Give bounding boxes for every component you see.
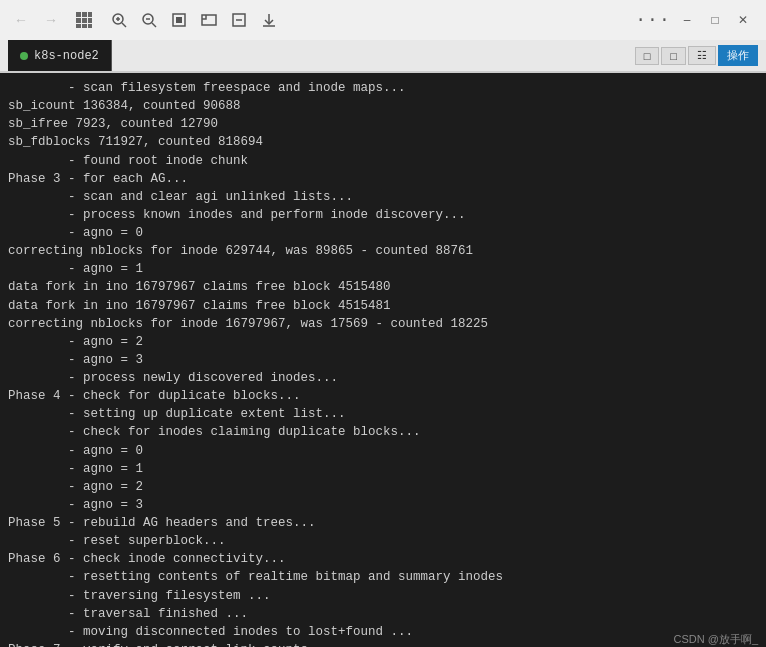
download-button[interactable] bbox=[256, 7, 282, 33]
terminal-line: - agno = 1 bbox=[8, 460, 758, 478]
terminal-line: - found root inode chunk bbox=[8, 152, 758, 170]
svg-rect-17 bbox=[176, 17, 182, 23]
terminal-line: Phase 6 - check inode connectivity... bbox=[8, 550, 758, 568]
terminal-line: Phase 4 - check for duplicate blocks... bbox=[8, 387, 758, 405]
terminal-line: - scan and clear agi unlinked lists... bbox=[8, 188, 758, 206]
new-tab-button[interactable] bbox=[196, 7, 222, 33]
close-button[interactable]: ✕ bbox=[730, 7, 756, 33]
terminal-line: - agno = 2 bbox=[8, 333, 758, 351]
terminal-line: - agno = 0 bbox=[8, 224, 758, 242]
browser-toolbar: ← → bbox=[0, 0, 766, 40]
terminal-line: - agno = 2 bbox=[8, 478, 758, 496]
terminal-line: data fork in ino 16797967 claims free bl… bbox=[8, 297, 758, 315]
tab-ctrl-1[interactable]: □ bbox=[635, 47, 660, 65]
svg-rect-5 bbox=[88, 18, 92, 23]
tab-bar: k8s-node2 □ □ ☷ 操作 bbox=[0, 40, 766, 72]
svg-rect-4 bbox=[82, 18, 87, 23]
forward-button[interactable]: → bbox=[40, 9, 62, 31]
window-controls: – □ ✕ bbox=[674, 7, 756, 33]
tab-label: k8s-node2 bbox=[34, 49, 99, 63]
terminal-line: - traversing filesystem ... bbox=[8, 587, 758, 605]
terminal-line: correcting nblocks for inode 629744, was… bbox=[8, 242, 758, 260]
watermark: CSDN @放手啊_ bbox=[673, 632, 758, 647]
app-grid-icon bbox=[70, 6, 98, 34]
svg-line-12 bbox=[122, 23, 126, 27]
terminal-line: - agno = 1 bbox=[8, 260, 758, 278]
svg-rect-2 bbox=[88, 12, 92, 17]
toolbar-icons bbox=[106, 7, 282, 33]
terminal-line: - moving disconnected inodes to lost+fou… bbox=[8, 623, 758, 641]
terminal-line: sb_ifree 7923, counted 12790 bbox=[8, 115, 758, 133]
terminal-line: - setting up duplicate extent list... bbox=[8, 405, 758, 423]
terminal-line: - scan filesystem freespace and inode ma… bbox=[8, 79, 758, 97]
browser-chrome: ← → bbox=[0, 0, 766, 73]
terminal-line: data fork in ino 16797967 claims free bl… bbox=[8, 278, 758, 296]
terminal-line: sb_fdblocks 711927, counted 818694 bbox=[8, 133, 758, 151]
svg-rect-6 bbox=[76, 24, 81, 28]
terminal-line: - resetting contents of realtime bitmap … bbox=[8, 568, 758, 586]
tab-ctrl-action[interactable]: 操作 bbox=[718, 45, 758, 66]
terminal-line: - check for inodes claiming duplicate bl… bbox=[8, 423, 758, 441]
zoom-in-button[interactable] bbox=[106, 7, 132, 33]
svg-line-15 bbox=[152, 23, 156, 27]
minimize-button[interactable]: – bbox=[674, 7, 700, 33]
tab-ctrl-2[interactable]: □ bbox=[661, 47, 686, 65]
terminal-line: - reset superblock... bbox=[8, 532, 758, 550]
terminal-line: - agno = 3 bbox=[8, 496, 758, 514]
svg-rect-1 bbox=[82, 12, 87, 17]
terminal-line: Phase 7 - verify and correct link counts… bbox=[8, 641, 758, 647]
svg-rect-3 bbox=[76, 18, 81, 23]
svg-rect-7 bbox=[82, 24, 87, 28]
terminal-line: correcting nblocks for inode 16797967, w… bbox=[8, 315, 758, 333]
more-options-button[interactable]: ··· bbox=[640, 7, 666, 33]
tab-right-controls: □ □ ☷ 操作 bbox=[635, 40, 758, 71]
fit-button[interactable] bbox=[166, 7, 192, 33]
terminal-line: Phase 5 - rebuild AG headers and trees..… bbox=[8, 514, 758, 532]
svg-rect-0 bbox=[76, 12, 81, 17]
terminal-content: - scan filesystem freespace and inode ma… bbox=[8, 79, 758, 647]
svg-rect-8 bbox=[88, 24, 92, 28]
tab-status-indicator bbox=[20, 52, 28, 60]
terminal-tab[interactable]: k8s-node2 bbox=[8, 40, 112, 71]
terminal-line: Phase 3 - for each AG... bbox=[8, 170, 758, 188]
edit-button[interactable] bbox=[226, 7, 252, 33]
tab-ctrl-grid[interactable]: ☷ bbox=[688, 46, 716, 65]
svg-rect-18 bbox=[202, 15, 216, 25]
terminal-line: - process known inodes and perform inode… bbox=[8, 206, 758, 224]
zoom-out-button[interactable] bbox=[136, 7, 162, 33]
back-button[interactable]: ← bbox=[10, 9, 32, 31]
terminal-line: - agno = 0 bbox=[8, 442, 758, 460]
terminal-line: sb_icount 136384, counted 90688 bbox=[8, 97, 758, 115]
terminal-line: - process newly discovered inodes... bbox=[8, 369, 758, 387]
terminal-line: - agno = 3 bbox=[8, 351, 758, 369]
terminal-line: - traversal finished ... bbox=[8, 605, 758, 623]
terminal: - scan filesystem freespace and inode ma… bbox=[0, 73, 766, 647]
maximize-button[interactable]: □ bbox=[702, 7, 728, 33]
